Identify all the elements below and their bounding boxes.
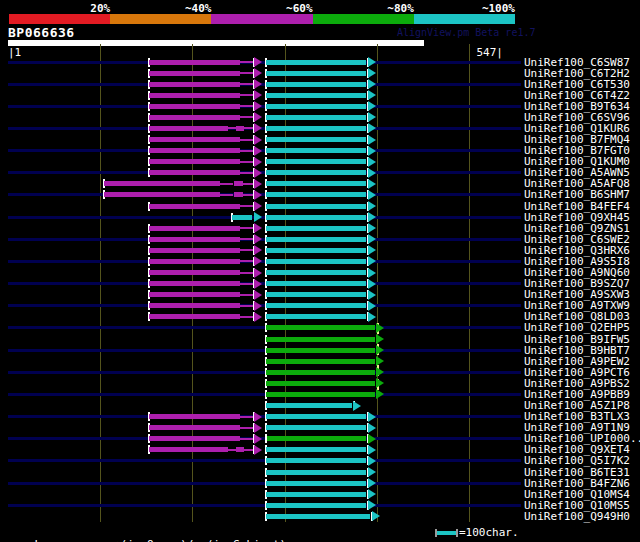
alignment-bar [234, 192, 243, 197]
large-gaps-legend: Large gaps: ▲(in Query)/- (in Subject) [8, 527, 286, 542]
alignment-thin-bar [240, 305, 253, 307]
alignment-bar [149, 204, 241, 209]
alignment-bar [266, 204, 366, 209]
row-label: UniRef100_B9IFW5 [524, 334, 640, 345]
scale-segment [211, 14, 312, 24]
scale-tick-label: ~60% [253, 3, 313, 14]
arrow-head-icon [368, 68, 376, 78]
alignment-bar [149, 248, 241, 253]
arrow-head-icon [254, 179, 262, 189]
alignment-thin-bar [240, 272, 253, 274]
row-label: UniRef100_B4FZN6 [524, 478, 640, 489]
alignment-thin-bar [240, 238, 253, 240]
alignment-thin-bar [240, 416, 253, 418]
arrow-head-icon [368, 279, 376, 289]
alignment-thin-bar [240, 116, 253, 118]
alignment-bar [266, 503, 366, 508]
row-label: UniRef100_Q5I7K2 [524, 455, 640, 466]
alignment-bar [149, 93, 241, 98]
arrow-head-icon [368, 168, 376, 178]
alignment-bar [266, 237, 366, 242]
arrow-head-icon [254, 212, 262, 222]
alignment-bar [266, 270, 366, 275]
arrow-head-icon [368, 101, 376, 111]
arrow-head-icon [368, 245, 376, 255]
alignment-bar [266, 370, 375, 375]
arrow-head-icon [254, 101, 262, 111]
alignment-bar [149, 226, 241, 231]
arrow-head-icon [368, 500, 376, 510]
arrow-head-icon [254, 112, 262, 122]
arrow-head-icon [254, 57, 262, 67]
arrow-head-icon [254, 423, 262, 433]
arrow-head-icon [368, 223, 376, 233]
alignment-bar [266, 170, 366, 175]
row-label: UniRef100_C6T2H2 [524, 68, 640, 79]
alignment-bar [266, 325, 375, 330]
arrow-head-icon [368, 445, 376, 455]
scale-tick-label: 20% [50, 3, 110, 14]
alignment-bar [234, 181, 243, 186]
row-label: UniRef100_Q2EHP5 [524, 322, 640, 333]
arrow-head-icon [254, 434, 262, 444]
arrow-head-icon [368, 57, 376, 67]
row-label: UniRef100_Q949H0 [524, 511, 640, 522]
boundary-tick [265, 434, 267, 443]
alignment-bar [266, 60, 366, 65]
alignment-bar [266, 447, 366, 452]
alignment-bar [266, 414, 366, 419]
alignment-bar [236, 447, 243, 452]
alignment-bar [149, 82, 241, 87]
alignment-thin-bar [240, 427, 253, 429]
arrow-head-icon [368, 212, 376, 222]
ruler-start-label: |1 [8, 47, 21, 58]
alignment-thin-bar [240, 139, 253, 141]
arrow-head-icon [254, 190, 262, 200]
query-gap-triangle-icon: ▲ [114, 538, 121, 542]
legend-scale-text: =100char. [459, 527, 519, 539]
query-id-label: BP066636 [8, 26, 75, 39]
arrow-head-icon [254, 290, 262, 300]
alignment-thin-bar [240, 161, 253, 163]
scale-segment [313, 14, 414, 24]
scale-segment [110, 14, 211, 24]
alignment-thin-bar [220, 194, 233, 196]
arrow-head-icon [254, 168, 262, 178]
scale-tick-label: ~80% [354, 3, 414, 14]
legend-scale-line [437, 531, 456, 535]
arrow-head-icon [368, 112, 376, 122]
arrow-head-icon [372, 511, 380, 521]
alignment-bar [149, 104, 241, 109]
alignment-bar [149, 259, 241, 264]
alignment-bar [266, 392, 375, 397]
subject-gap-text: (in Subject) [200, 538, 286, 542]
arrow-head-icon [368, 201, 376, 211]
arrow-head-icon [376, 323, 384, 333]
alignment-bar [266, 104, 366, 109]
arrow-head-icon [254, 123, 262, 133]
arrow-head-icon [376, 367, 384, 377]
alignment-bar [266, 115, 366, 120]
row-label: UniRef100_B6SHM7 [524, 189, 640, 200]
alignment-bar [266, 281, 366, 286]
arrow-head-icon [376, 378, 384, 388]
alignment-bar [266, 381, 375, 386]
arrow-head-icon [254, 234, 262, 244]
alignment-bar [232, 215, 252, 220]
alignment-bar [266, 348, 375, 353]
arrow-head-icon [368, 301, 376, 311]
alignment-bar [149, 292, 241, 297]
row-label: UniRef100_C6T530 [524, 79, 640, 90]
legend-scale-tick-right [456, 529, 458, 537]
alignment-bar [266, 470, 366, 475]
alignment-bar [149, 425, 241, 430]
arrow-head-icon [254, 279, 262, 289]
alignment-bar [266, 425, 366, 430]
arrow-head-icon [254, 157, 262, 167]
arrow-head-icon [368, 489, 376, 499]
arrow-head-icon [368, 423, 376, 433]
scale-segment [9, 14, 110, 24]
row-label: UniRef100_B9HBT7 [524, 345, 640, 356]
arrow-head-icon [254, 268, 262, 278]
arrow-head-icon [368, 456, 376, 466]
